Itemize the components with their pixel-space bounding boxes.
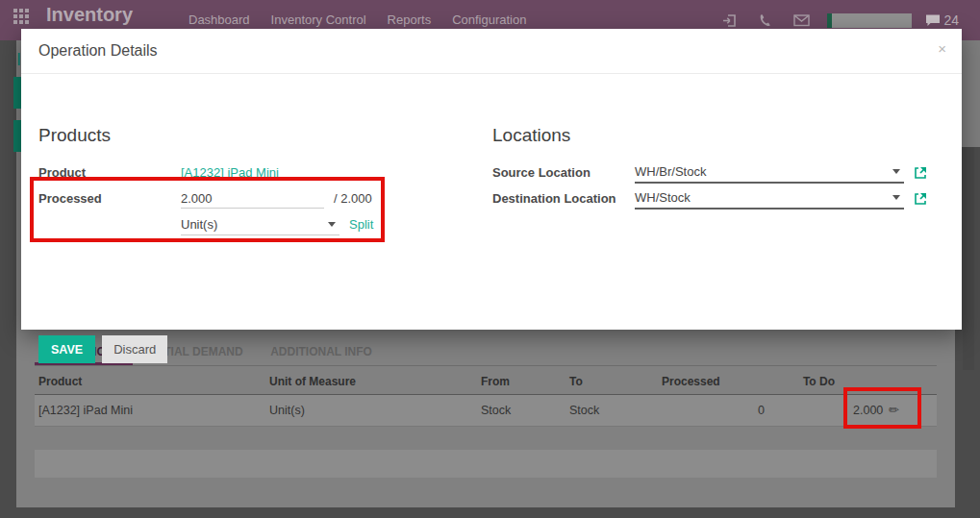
app-title[interactable]: Inventory [46,4,133,26]
product-link[interactable]: [A1232] iPad Mini [181,165,279,180]
cell-product[interactable]: [A1232] iPad Mini [38,404,133,417]
table-header: Product Unit of Measure From To Processe… [16,371,955,394]
modal-header: Operation Details × [21,29,962,74]
locations-section: Locations Source Location WH/Br/Stock De… [492,125,944,211]
product-label: Product [38,165,181,180]
uom-value: Unit(s) [181,217,217,232]
col-uom: Unit of Measure [269,375,356,388]
notebook-border [35,365,937,366]
split-link[interactable]: Split [349,217,373,232]
nav-item-dashboard[interactable]: Dashboard [188,12,250,27]
col-product: Product [38,375,82,388]
user-status-bar [827,13,832,28]
operation-details-modal: Operation Details × Products Product [A1… [21,29,962,330]
save-button[interactable]: SAVE [38,335,95,363]
chevron-down-icon [892,169,900,174]
modal-title: Operation Details [38,42,158,60]
cell-from[interactable]: Stock [481,404,511,417]
phone-icon[interactable] [758,13,772,28]
processed-total: / 2.000 [334,191,372,206]
message-count-badge[interactable]: 24 [943,12,959,28]
destination-location-select[interactable]: WH/Stock [635,188,904,210]
chevron-down-icon [328,222,336,227]
source-location-label: Source Location [492,165,635,180]
cell-to-do[interactable]: 2.000 [853,404,883,417]
tab-additional-info[interactable]: ADDITIONAL INFO [259,340,384,365]
external-link-icon[interactable] [914,166,927,180]
nav-item-configuration[interactable]: Configuration [452,12,526,27]
locations-heading: Locations [492,125,944,146]
chevron-down-icon [892,195,900,200]
external-link-icon[interactable] [914,192,927,206]
products-section: Products Product [A1232] iPad Mini Proce… [38,125,471,237]
nav-menu: Dashboard Inventory Control Reports Conf… [188,12,526,27]
modal-close-icon[interactable]: × [938,40,946,57]
processed-label: Processed [38,191,181,206]
col-from: From [481,375,510,388]
uom-select[interactable]: Unit(s) [181,214,339,235]
col-to-do: To Do [782,375,835,388]
empty-list-band [35,450,937,478]
destination-location-value: WH/Stock [635,190,691,205]
processed-input[interactable] [181,189,324,209]
cell-processed[interactable]: 0 [726,404,765,417]
source-location-select[interactable]: WH/Br/Stock [635,162,904,184]
nav-item-inventory-control[interactable]: Inventory Control [271,12,366,27]
edit-pencil-icon[interactable]: ✏ [889,403,899,417]
cell-uom[interactable]: Unit(s) [269,404,305,417]
envelope-icon[interactable] [793,13,810,27]
products-heading: Products [38,125,471,146]
destination-location-label: Destination Location [492,191,635,206]
messages-icon[interactable] [925,13,941,28]
nav-item-reports[interactable]: Reports [388,12,432,27]
table-row[interactable]: [A1232] iPad Mini Unit(s) Stock Stock 0 … [35,395,937,427]
modal-footer: SAVE Discard [38,335,167,363]
col-processed: Processed [662,375,720,388]
page-scrollbar[interactable] [963,147,974,370]
col-to: To [569,375,583,388]
user-menu[interactable] [827,13,912,28]
discard-button[interactable]: Discard [102,335,167,363]
login-icon[interactable] [722,13,737,28]
cell-to[interactable]: Stock [569,404,599,417]
apps-menu-icon[interactable] [13,9,29,24]
source-location-value: WH/Br/Stock [635,164,706,179]
